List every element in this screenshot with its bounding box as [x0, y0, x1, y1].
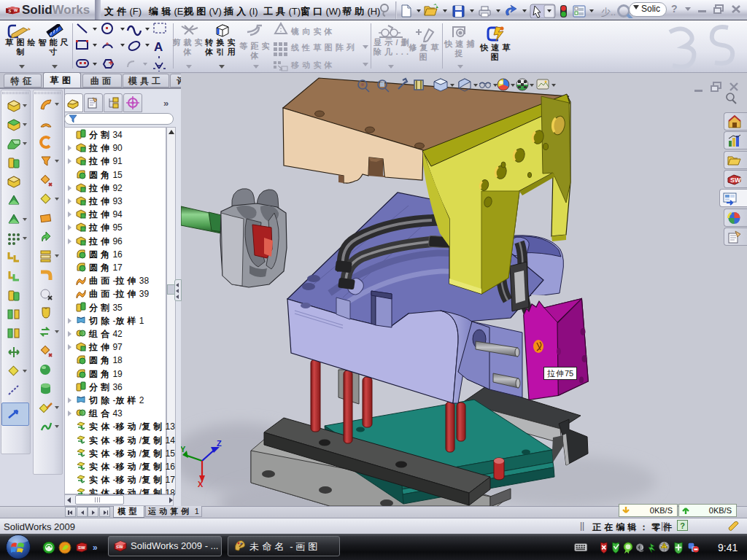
svg-text:Y: Y	[181, 445, 186, 454]
svg-text:SW: SW	[730, 176, 741, 184]
svg-text:S: S	[8, 9, 11, 13]
svg-text:A: A	[154, 40, 163, 54]
svg-text:少..: 少..	[601, 7, 616, 18]
svg-text:X: X	[198, 480, 204, 489]
svg-text:Z: Z	[217, 439, 222, 448]
svg-text:»: »	[93, 542, 98, 553]
svg-text:!: !	[663, 544, 665, 548]
svg-text:SW: SW	[116, 545, 123, 549]
svg-text:SW: SW	[78, 545, 85, 550]
svg-text:W: W	[14, 8, 18, 12]
